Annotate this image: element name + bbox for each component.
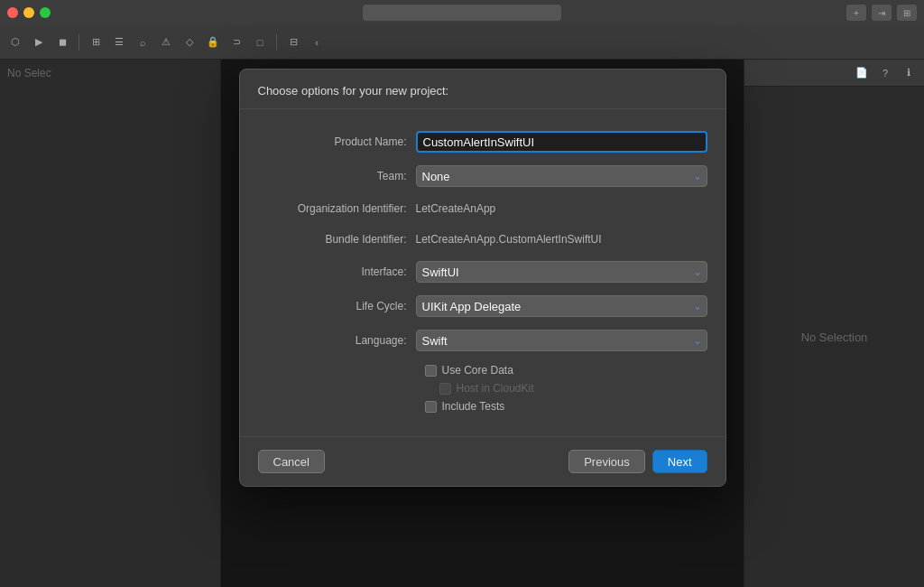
layout-icon[interactable]: ⊞ xyxy=(897,5,917,21)
traffic-lights xyxy=(7,7,51,18)
bundle-identifier-row: Bundle Identifier: LetCreateAnApp.Custom… xyxy=(258,230,707,248)
team-select[interactable]: None xyxy=(416,165,707,187)
file-icon[interactable]: ☰ xyxy=(109,33,129,52)
team-field: None ⌄ xyxy=(416,165,707,187)
lock-icon[interactable]: 🔒 xyxy=(203,33,223,52)
link-icon[interactable]: ⊃ xyxy=(226,33,246,52)
product-name-field xyxy=(416,131,707,153)
sidebar-right: 📄 ? ℹ No Selection xyxy=(744,60,924,587)
language-select-wrapper: Swift Objective-C ⌄ xyxy=(416,330,707,351)
toolbar-separator-1 xyxy=(79,34,79,51)
titlebar-right-icons: + ⇥ ⊞ xyxy=(846,5,917,21)
bundle-identifier-value: LetCreateAnApp.CustomAlertInSwiftUI xyxy=(416,230,707,248)
host-in-cloudkit-checkbox[interactable] xyxy=(439,383,451,395)
language-row: Language: Swift Objective-C ⌄ xyxy=(258,330,707,351)
sidebar-left: No Selec xyxy=(0,60,221,587)
include-tests-checkbox[interactable] xyxy=(425,401,437,413)
product-name-input[interactable] xyxy=(416,131,707,153)
search-icon[interactable]: ⌕ xyxy=(133,33,152,52)
add-tab-icon[interactable]: + xyxy=(846,5,866,21)
run-button[interactable]: ▶ xyxy=(29,33,49,52)
team-label: Team: xyxy=(258,170,416,182)
product-name-label: Product Name: xyxy=(258,135,416,148)
interface-label: Interface: xyxy=(258,266,416,278)
bundle-identifier-field: LetCreateAnApp.CustomAlertInSwiftUI xyxy=(416,230,707,248)
modal-dialog: Choose options for your new project: Pro… xyxy=(239,69,726,487)
close-button[interactable] xyxy=(7,7,18,18)
right-toolbar: 📄 ? ℹ xyxy=(744,60,924,87)
warning-icon[interactable]: ⚠ xyxy=(156,33,176,52)
split-icon[interactable]: ⇥ xyxy=(872,5,892,21)
interface-select-wrapper: SwiftUI Storyboard ⌄ xyxy=(416,261,707,283)
language-label: Language: xyxy=(258,334,416,347)
host-in-cloudkit-label: Host in CloudKit xyxy=(457,382,534,395)
interface-select[interactable]: SwiftUI Storyboard xyxy=(416,261,707,283)
previous-button[interactable]: Previous xyxy=(568,450,645,473)
scheme-icon[interactable]: ⬡ xyxy=(5,33,25,52)
lifecycle-select[interactable]: UIKit App Delegate SwiftUI App xyxy=(416,295,707,317)
include-tests-label: Include Tests xyxy=(442,400,505,413)
git-icon[interactable]: ◇ xyxy=(180,33,199,52)
right-no-selection: No Selection xyxy=(801,87,868,587)
org-identifier-label: Organization Identifier: xyxy=(258,202,416,215)
interface-row: Interface: SwiftUI Storyboard ⌄ xyxy=(258,261,707,283)
lifecycle-row: Life Cycle: UIKit App Delegate SwiftUI A… xyxy=(258,295,707,317)
org-identifier-field: LetCreateAnApp xyxy=(416,200,707,218)
stop-button[interactable]: ◼ xyxy=(52,33,72,52)
modal-footer: Cancel Previous Next xyxy=(240,436,725,486)
lifecycle-field: UIKit App Delegate SwiftUI App ⌄ xyxy=(416,295,707,317)
include-tests-row: Include Tests xyxy=(425,400,707,413)
team-select-wrapper: None ⌄ xyxy=(416,165,707,187)
use-core-data-checkbox[interactable] xyxy=(425,365,437,377)
language-field: Swift Objective-C ⌄ xyxy=(416,330,707,351)
modal-body: Product Name: Team: None xyxy=(240,109,725,436)
layout-split-icon[interactable]: ⊟ xyxy=(283,33,303,52)
host-in-cloudkit-row: Host in CloudKit xyxy=(439,382,707,395)
modal-title: Choose options for your new project: xyxy=(240,70,725,109)
center-area: Choose options for your new project: Pro… xyxy=(221,60,744,587)
bundle-identifier-label: Bundle Identifier: xyxy=(258,233,416,246)
nav-buttons: Previous Next xyxy=(568,450,707,473)
lifecycle-label: Life Cycle: xyxy=(258,300,416,312)
use-core-data-row: Use Core Data xyxy=(425,364,707,377)
toolbar: ⬡ ▶ ◼ ⊞ ☰ ⌕ ⚠ ◇ 🔒 ⊃ □ ⊟ ‹ xyxy=(0,25,924,60)
product-name-row: Product Name: xyxy=(258,131,707,153)
main-layout: No Selec Choose options for your new pro… xyxy=(0,60,924,587)
title-search-bar[interactable] xyxy=(363,5,561,21)
next-button[interactable]: Next xyxy=(652,450,707,473)
language-select[interactable]: Swift Objective-C xyxy=(416,330,707,351)
grid-icon[interactable]: ⊞ xyxy=(86,33,106,52)
cancel-button[interactable]: Cancel xyxy=(258,450,325,473)
file-inspector-icon[interactable]: 📄 xyxy=(852,63,872,83)
modal-overlay: Choose options for your new project: Pro… xyxy=(221,60,744,587)
sidebar-no-selection: No Selec xyxy=(0,60,220,87)
titlebar: + ⇥ ⊞ xyxy=(0,0,924,25)
use-core-data-label: Use Core Data xyxy=(442,364,513,377)
interface-field: SwiftUI Storyboard ⌄ xyxy=(416,261,707,283)
chevron-left-icon[interactable]: ‹ xyxy=(307,33,327,52)
org-identifier-row: Organization Identifier: LetCreateAnApp xyxy=(258,200,707,218)
maximize-button[interactable] xyxy=(40,7,51,18)
checkboxes-section: Use Core Data Host in CloudKit Include T… xyxy=(425,364,707,413)
team-row: Team: None ⌄ xyxy=(258,165,707,187)
toolbar-separator-2 xyxy=(276,34,277,51)
info-icon[interactable]: ℹ xyxy=(899,63,919,83)
minimize-button[interactable] xyxy=(23,7,34,18)
lifecycle-select-wrapper: UIKit App Delegate SwiftUI App ⌄ xyxy=(416,295,707,317)
help-icon[interactable]: ? xyxy=(875,63,895,83)
shape-icon[interactable]: □ xyxy=(250,33,270,52)
org-identifier-value[interactable]: LetCreateAnApp xyxy=(416,200,707,218)
